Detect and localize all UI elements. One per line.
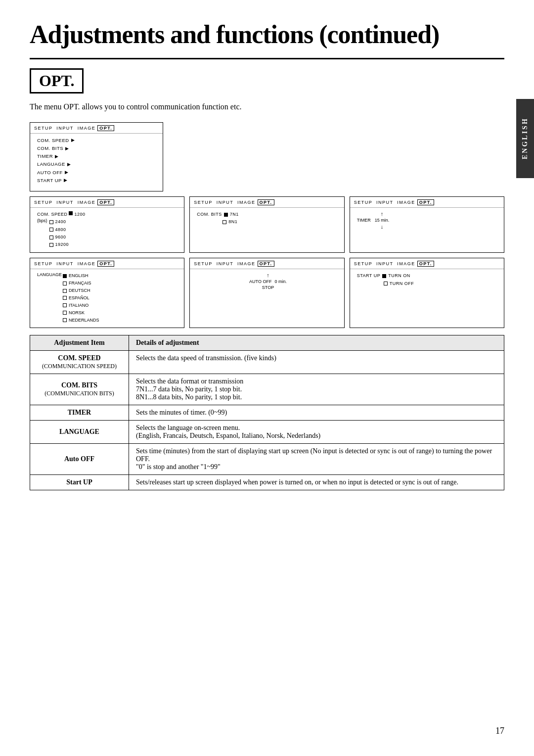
menu-item-start-up: START UP ▶: [37, 177, 158, 185]
language-label: LANGUAGE: [30, 421, 129, 444]
language-header: SETUP INPUT IMAGE OPT.: [30, 258, 184, 269]
com-bits-8n1: 8N1: [197, 218, 339, 226]
startup-content: START UP TURN ON TURN OFF: [350, 269, 504, 291]
lang-english: ENGLISH: [63, 272, 99, 280]
startup-detail: Sets/releases start up screen displayed …: [129, 475, 504, 490]
startup-turn-on: START UP TURN ON: [357, 272, 499, 280]
intro-text: The menu OPT. allows you to control comm…: [30, 102, 504, 111]
startup-label: Start UP: [30, 475, 129, 490]
lang-nederlands: NEDERLANDS: [63, 317, 99, 324]
table-row-auto-off: Auto OFF Sets time (minutes) from the st…: [30, 444, 504, 475]
auto-off-stop: STOP: [197, 285, 339, 290]
language-detail: Selects the language on-screen menu. (En…: [129, 421, 504, 444]
com-speed-header: SETUP INPUT IMAGE OPT.: [30, 197, 184, 208]
timer-header: SETUP INPUT IMAGE OPT.: [350, 197, 504, 208]
startup-header: SETUP INPUT IMAGE OPT.: [350, 258, 504, 269]
table-row-com-speed: COM. SPEED (COMMUNICATION SPEED) Selects…: [30, 351, 504, 374]
com-bits-box: SETUP INPUT IMAGE OPT. COM. BITS 7N1 8N1: [189, 196, 344, 253]
com-speed-bps: (bps) 2400 4800 9600 19200: [37, 218, 179, 248]
lang-italiano: ITALIANO: [63, 302, 99, 309]
sub-menus-grid: SETUP INPUT IMAGE OPT. COM. SPEED 1200 (…: [30, 196, 504, 328]
menu-item-timer: TIMER ▶: [37, 152, 158, 160]
com-bits-detail: Selects the data format or transmission …: [129, 374, 504, 405]
com-bits-7n1: COM. BITS 7N1: [197, 211, 339, 218]
timer-detail: Sets the minutes of timer. (0~99): [129, 405, 504, 421]
auto-off-label: Auto OFF: [30, 444, 129, 475]
auto-off-content: ↑ AUTO OFF 0 min. STOP: [190, 269, 344, 294]
startup-box: SETUP INPUT IMAGE OPT. START UP TURN ON …: [350, 258, 504, 328]
page-number: 17: [495, 726, 504, 736]
lang-francais: FRANÇAIS: [63, 280, 99, 287]
timer-box: SETUP INPUT IMAGE OPT. TIMER ↑ 15 min. ↓: [350, 196, 504, 253]
menu-item-com-speed: COM. SPEED ▶: [37, 137, 158, 144]
lang-norsk: NORSK: [63, 309, 99, 317]
adjustment-table: Adjustment Item Details of adjustment CO…: [30, 335, 504, 490]
com-speed-content: COM. SPEED 1200 (bps) 2400 4800 9600 192…: [30, 208, 184, 252]
menu-item-com-bits: COM. BITS ▶: [37, 144, 158, 152]
opt-label: OPT.: [30, 68, 84, 94]
opt-highlight: OPT.: [97, 125, 114, 131]
com-speed-row: COM. SPEED 1200: [37, 211, 179, 218]
table-row-timer: TIMER Sets the minutes of timer. (0~99): [30, 405, 504, 421]
timer-content: TIMER ↑ 15 min. ↓: [350, 208, 504, 234]
auto-off-detail: Sets time (minutes) from the start of di…: [129, 444, 504, 475]
main-menu-box: SETUP INPUT IMAGE OPT. COM. SPEED ▶ COM.…: [30, 122, 163, 191]
menu-item-language: LANGUAGE ▶: [37, 160, 158, 168]
sidebar-english: ENGLISH: [516, 99, 534, 178]
main-menu-content: COM. SPEED ▶ COM. BITS ▶ TIMER ▶ LANGUAG…: [30, 134, 163, 189]
section-divider: [30, 58, 504, 59]
table-header-item: Adjustment Item: [30, 335, 129, 351]
page-title: Adjustments and functions (continued): [30, 20, 504, 49]
com-speed-label: COM. SPEED (COMMUNICATION SPEED): [30, 351, 129, 374]
startup-turn-off: TURN OFF: [357, 280, 499, 287]
main-menu-diagram: SETUP INPUT IMAGE OPT. COM. SPEED ▶ COM.…: [30, 122, 504, 191]
lang-deutsch: DEUTSCH: [63, 287, 99, 294]
com-bits-content: COM. BITS 7N1 8N1: [190, 208, 344, 230]
language-content: LANGUAGE ENGLISH FRANÇAIS DEUTSCH ESPAÑO…: [30, 269, 184, 328]
table-row-startup: Start UP Sets/releases start up screen d…: [30, 475, 504, 490]
com-speed-detail: Selects the data speed of transmission. …: [129, 351, 504, 374]
table-header-detail: Details of adjustment: [129, 335, 504, 351]
menu-header-main: SETUP INPUT IMAGE OPT.: [30, 123, 163, 134]
table-row-language: LANGUAGE Selects the language on-screen …: [30, 421, 504, 444]
auto-off-header: SETUP INPUT IMAGE OPT.: [190, 258, 344, 269]
table-row-com-bits: COM. BITS (COMMUNICATION BITS) Selects t…: [30, 374, 504, 405]
timer-arrows: ↑ 15 min. ↓: [375, 211, 390, 230]
menu-item-auto-off: AUTO OFF ▶: [37, 169, 158, 177]
auto-off-box: SETUP INPUT IMAGE OPT. ↑ AUTO OFF 0 min.…: [189, 258, 344, 328]
com-speed-box: SETUP INPUT IMAGE OPT. COM. SPEED 1200 (…: [30, 196, 184, 253]
com-bits-label: COM. BITS (COMMUNICATION BITS): [30, 374, 129, 405]
lang-espanol: ESPAÑOL: [63, 294, 99, 302]
language-box: SETUP INPUT IMAGE OPT. LANGUAGE ENGLISH …: [30, 258, 184, 328]
com-bits-header: SETUP INPUT IMAGE OPT.: [190, 197, 344, 208]
timer-label: TIMER: [30, 405, 129, 421]
